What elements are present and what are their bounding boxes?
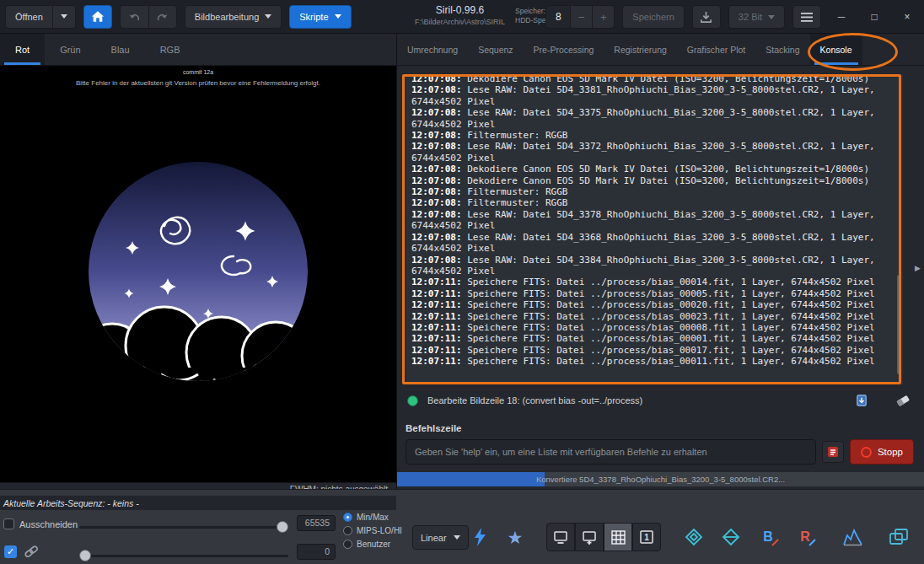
zoom-100-button[interactable]: 1	[632, 523, 661, 551]
splash-illustration	[80, 153, 316, 389]
channel-tabs: RotGrünBlauRGB	[0, 34, 396, 66]
console-line: 12:07:11: Speichere FITS: Datei ../proce…	[411, 311, 897, 322]
channel-tab[interactable]: Rot	[0, 34, 45, 65]
undo-icon	[128, 11, 141, 23]
display-mode-select[interactable]: Linear	[412, 525, 469, 550]
log-timestamp: 12:07:08:	[411, 107, 462, 118]
scripts-button[interactable]: Skripte	[289, 5, 351, 29]
cutoff-checkbox[interactable]: Ausschneiden	[3, 518, 78, 529]
image-display-area[interactable]: commit 12a Bitte Fehler in der aktuellst…	[0, 66, 396, 482]
sequence-status-text: Aktuelle Arbeits-Sequenz: - keins -	[3, 498, 139, 508]
log-message: Lese RAW: Datei 5D4_3378_RhoOphiuchi_Bia…	[411, 209, 875, 231]
chain-link-icon[interactable]	[24, 545, 39, 561]
log-timestamp: 12:07:11:	[411, 311, 462, 322]
maximize-button[interactable]: □	[862, 5, 887, 29]
layers-alt-tool-button[interactable]	[717, 523, 745, 551]
console-line: 12:07:08: Lese RAW: Datei 5D4_3384_RhoOp…	[411, 255, 897, 277]
command-line-label: Befehlszeile	[406, 423, 461, 433]
processing-tab[interactable]: Umrechnung	[397, 34, 468, 65]
zoom-fit-button[interactable]	[604, 523, 632, 551]
home-icon	[91, 10, 105, 23]
titlebar: Öffnen Bildbearbeitung Skripte	[0, 0, 924, 34]
console-scrollbar[interactable]	[897, 275, 901, 374]
undo-button[interactable]	[120, 5, 148, 29]
zoom-in-button[interactable]	[575, 523, 604, 551]
processing-tab[interactable]: Konsole	[810, 34, 862, 65]
log-message: Lese RAW: Datei 5D4_3384_RhoOphiuchi_Bia…	[411, 255, 875, 277]
log-timestamp: 12:07:08:	[411, 209, 462, 220]
log-timestamp: 12:07:08:	[411, 186, 462, 197]
zoom-out-button[interactable]	[546, 523, 575, 551]
log-timestamp: 12:07:11:	[411, 345, 462, 356]
image-panel: RotGrünBlauRGB commit 12a Bitte Fehler i…	[0, 34, 396, 496]
spinbox-value[interactable]: 8	[545, 5, 571, 29]
bit-depth-select[interactable]: 32 Bit	[728, 5, 785, 29]
slider-knob[interactable]	[277, 521, 288, 533]
log-timestamp: 12:07:11:	[411, 356, 462, 367]
console-line: 12:07:08: Filtermuster: RGGB	[411, 197, 897, 208]
chevron-down-icon	[454, 535, 460, 540]
open-button[interactable]: Öffnen	[5, 5, 52, 29]
console-line: 12:07:11: Speichere FITS: Datei ../proce…	[411, 356, 897, 367]
layers-tool-button[interactable]	[680, 523, 708, 551]
command-list-button[interactable]	[822, 441, 844, 463]
spinbox-plus-button[interactable]: +	[593, 5, 615, 29]
console-line: 12:07:08: Lese RAW: Datei 5D4_3378_RhoOp…	[411, 209, 897, 232]
stop-icon	[861, 447, 872, 458]
high-threshold-slider[interactable]	[79, 520, 288, 534]
log-message: Speichere FITS: Datei ../process/bias_00…	[467, 311, 874, 322]
stop-button[interactable]: Stopp	[850, 439, 914, 465]
console-line: 12:07:11: Speichere FITS: Datei ../proce…	[411, 322, 897, 333]
zoom-in-icon	[582, 529, 597, 545]
grid-icon	[611, 530, 626, 545]
log-message: Dekodiere Canon EOS 5D Mark IV Datei (IS…	[467, 74, 869, 84]
one-to-one-icon: 1	[639, 529, 654, 545]
processing-tab[interactable]: Pre-Processing	[524, 34, 604, 65]
histogram-button[interactable]	[839, 523, 868, 551]
image-gallery-button[interactable]	[884, 523, 913, 551]
menu-button[interactable]	[792, 5, 821, 29]
processing-tab[interactable]: Stacking	[755, 34, 809, 65]
autostretch-button[interactable]	[465, 523, 494, 551]
display-range-radio[interactable]: MIPS-LO/HI	[343, 525, 402, 535]
processing-tab[interactable]: Registrierung	[604, 34, 676, 65]
display-range-radio[interactable]: Benutzer	[343, 539, 402, 549]
display-range-radio[interactable]: Min/Max	[343, 512, 402, 522]
letter-r-icon: R	[800, 529, 810, 545]
console-log[interactable]: 12:07:08: Dekodiere Canon EOS 5D Mark IV…	[406, 74, 903, 384]
channel-tab[interactable]: Blau	[96, 34, 145, 65]
processing-tab[interactable]: Grafischer Plot	[677, 34, 755, 65]
siril-window: Öffnen Bildbearbeitung Skripte	[0, 0, 924, 564]
clear-console-button[interactable]	[894, 392, 912, 409]
star-detection-button[interactable]: ★	[501, 523, 529, 551]
open-dropdown-button[interactable]	[52, 5, 76, 29]
low-threshold-slider[interactable]	[79, 549, 288, 562]
processing-tab[interactable]: Sequenz	[468, 34, 523, 65]
log-message: Speichere FITS: Datei ../process/bias_00…	[467, 345, 874, 356]
export-log-button[interactable]	[852, 392, 871, 409]
console-line: 12:07:11: Speichere FITS: Datei ../proce…	[411, 299, 897, 310]
channel-r-tool-button[interactable]: R	[791, 523, 819, 551]
save-button[interactable]: Speichern	[622, 5, 685, 29]
low-value-box[interactable]: 0	[297, 544, 336, 560]
channel-tab[interactable]: Grün	[45, 34, 95, 65]
console-line: 12:07:08: Dekodiere Canon EOS 5D Mark IV…	[411, 74, 897, 84]
image-processing-label: Bildbearbeitung	[195, 12, 259, 22]
channel-tab[interactable]: RGB	[145, 34, 196, 65]
slider-knob[interactable]	[79, 550, 91, 561]
save-as-button[interactable]	[692, 5, 721, 29]
redo-button[interactable]	[148, 5, 177, 29]
image-processing-button[interactable]: Bildbearbeitung	[185, 5, 282, 29]
panel-expander[interactable]: ▶	[912, 257, 923, 279]
channel-b-tool-button[interactable]: B	[754, 523, 782, 551]
command-input[interactable]	[406, 439, 816, 465]
commit-text: commit 12a	[0, 69, 396, 75]
spinbox-minus-button[interactable]: −	[571, 5, 593, 29]
channel-link-checkbox[interactable]: ✓	[4, 545, 17, 558]
radio-label: MIPS-LO/HI	[357, 526, 402, 535]
high-value-box[interactable]: 65535	[297, 515, 336, 531]
minimize-button[interactable]: ─	[829, 5, 854, 29]
close-button[interactable]: ×	[894, 5, 920, 29]
letter-b-icon: B	[763, 529, 773, 545]
home-button[interactable]	[83, 5, 112, 29]
